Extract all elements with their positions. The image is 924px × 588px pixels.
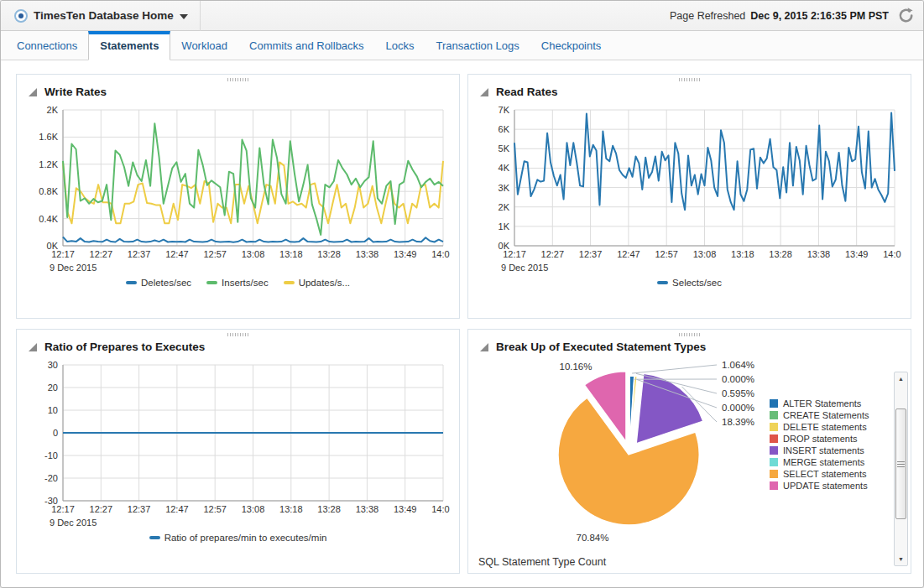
page-header: TimesTen Database Home Page Refreshed De… xyxy=(1,1,923,31)
panel-grip[interactable] xyxy=(679,78,701,81)
svg-text:13:49: 13:49 xyxy=(845,249,869,259)
tab-locks[interactable]: Locks xyxy=(375,29,425,60)
svg-text:12:47: 12:47 xyxy=(617,249,640,259)
scroll-down-button[interactable]: ▼ xyxy=(895,553,907,565)
chevron-down-icon xyxy=(180,14,188,19)
svg-text:20: 20 xyxy=(48,382,58,393)
legend-item-selects-sec[interactable]: Selects/sec xyxy=(657,278,722,288)
panel-title: Write Rates xyxy=(44,86,107,98)
svg-text:13:38: 13:38 xyxy=(356,249,379,259)
scroll-up-button[interactable]: ▲ xyxy=(895,372,907,385)
prepares-ratio-legend: Ratio of prepares/min to executes/min xyxy=(17,533,459,543)
svg-text:12:57: 12:57 xyxy=(203,504,227,514)
legend-item-ratio-of-prepares-min-to-executes-min[interactable]: Ratio of prepares/min to executes/min xyxy=(149,533,327,543)
tab-connections[interactable]: Connections xyxy=(6,29,88,60)
legend-label: SELECT statements xyxy=(783,469,866,479)
svg-text:12:27: 12:27 xyxy=(90,249,113,259)
tab-transaction-logs[interactable]: Transaction Logs xyxy=(425,29,530,60)
collapse-triangle-icon[interactable] xyxy=(480,88,488,96)
legend-label: Deletes/sec xyxy=(141,278,191,288)
tab-commits-and-rollbacks[interactable]: Commits and Rollbacks xyxy=(238,29,375,60)
svg-text:13:08: 13:08 xyxy=(693,249,717,259)
legend-item-update-statements[interactable]: UPDATE statements xyxy=(770,481,869,491)
svg-text:13:28: 13:28 xyxy=(317,504,341,514)
legend-label: Ratio of prepares/min to executes/min xyxy=(164,533,327,543)
collapse-triangle-icon[interactable] xyxy=(29,88,37,96)
legend-item-updates-s[interactable]: Updates/s... xyxy=(284,278,350,288)
legend-swatch xyxy=(770,434,778,443)
page-title: TimesTen Database Home xyxy=(34,9,174,22)
svg-text:14:02: 14:02 xyxy=(431,249,450,259)
svg-text:12:47: 12:47 xyxy=(165,249,189,259)
svg-text:1.2K: 1.2K xyxy=(39,159,58,169)
target-dot xyxy=(18,13,23,18)
legend-item-create-statements[interactable]: CREATE Statements xyxy=(770,410,869,420)
scroll-thumb[interactable] xyxy=(895,408,906,519)
legend-swatch xyxy=(770,399,778,408)
svg-text:13:49: 13:49 xyxy=(394,504,417,514)
svg-text:2K: 2K xyxy=(47,105,59,115)
svg-text:4K: 4K xyxy=(499,163,510,173)
refresh-area: Page Refreshed Dec 9, 2015 2:16:35 PM PS… xyxy=(670,7,915,24)
collapse-triangle-icon[interactable] xyxy=(480,343,488,351)
tab-bar: ConnectionsStatementsWorkloadCommits and… xyxy=(1,31,923,60)
legend-label: DELETE statements xyxy=(783,422,867,432)
svg-text:-20: -20 xyxy=(44,473,58,483)
tab-workload[interactable]: Workload xyxy=(170,29,238,60)
refresh-icon[interactable] xyxy=(897,7,915,24)
svg-text:9 Dec 2015: 9 Dec 2015 xyxy=(501,263,548,273)
svg-text:13:49: 13:49 xyxy=(394,249,417,259)
svg-text:-10: -10 xyxy=(44,450,58,461)
legend-swatch xyxy=(126,281,137,284)
statement-types-legend: ALTER StatementsCREATE StatementsDELETE … xyxy=(770,398,869,491)
pie-footer-label: SQL Statement Type Count xyxy=(478,556,606,568)
svg-text:1.6K: 1.6K xyxy=(39,132,58,142)
legend-item-alter-statements[interactable]: ALTER Statements xyxy=(770,398,869,408)
svg-text:1.064%: 1.064% xyxy=(722,360,754,370)
panel-title: Break Up of Executed Statement Types xyxy=(496,341,706,353)
tab-checkpoints[interactable]: Checkpoints xyxy=(530,29,613,60)
tab-statements[interactable]: Statements xyxy=(88,31,170,60)
svg-text:2K: 2K xyxy=(499,202,510,212)
svg-text:14:02: 14:02 xyxy=(431,504,450,514)
scroll-track[interactable] xyxy=(895,385,907,553)
panel-header: Read Rates xyxy=(468,82,911,100)
pie-scrollbar[interactable]: ▲ ▼ xyxy=(894,372,908,566)
svg-text:13:38: 13:38 xyxy=(356,504,379,514)
legend-label: DROP statements xyxy=(783,434,857,444)
svg-text:12:37: 12:37 xyxy=(579,249,603,259)
panel-grip[interactable] xyxy=(227,333,249,336)
legend-label: ALTER Statements xyxy=(783,398,861,408)
pie-chart-area: 1.064%0.000%0.595%0.000%18.39%70.84%10.1… xyxy=(468,355,911,554)
legend-item-insert-statements[interactable]: INSERT statements xyxy=(770,445,869,455)
legend-item-drop-statements[interactable]: DROP statements xyxy=(770,434,869,444)
legend-item-select-statements[interactable]: SELECT statements xyxy=(770,469,869,479)
legend-swatch xyxy=(770,458,778,466)
timesten-dashboard: TimesTen Database Home Page Refreshed De… xyxy=(0,0,924,588)
legend-swatch xyxy=(657,281,668,284)
svg-text:1K: 1K xyxy=(499,221,510,232)
svg-text:13:18: 13:18 xyxy=(279,249,303,259)
svg-text:12:17: 12:17 xyxy=(503,249,526,259)
legend-label: UPDATE statements xyxy=(783,481,868,491)
legend-item-inserts-sec[interactable]: Inserts/sec xyxy=(206,278,269,288)
svg-text:13:08: 13:08 xyxy=(242,249,265,259)
database-context-selector[interactable]: TimesTen Database Home xyxy=(9,1,193,30)
legend-item-deletes-sec[interactable]: Deletes/sec xyxy=(126,278,191,288)
panel-title: Read Rates xyxy=(496,86,558,98)
legend-label: Updates/s... xyxy=(299,278,350,288)
legend-item-merge-statements[interactable]: MERGE statements xyxy=(770,457,869,467)
page-refreshed-label: Page Refreshed xyxy=(670,10,745,22)
svg-text:0.4K: 0.4K xyxy=(39,214,58,224)
svg-text:0.595%: 0.595% xyxy=(722,388,754,398)
svg-text:3K: 3K xyxy=(499,183,510,193)
svg-text:9 Dec 2015: 9 Dec 2015 xyxy=(50,263,97,273)
svg-text:12:17: 12:17 xyxy=(51,249,75,259)
prepares-ratio-chart: 3020100-10-20-3012:1712:2712:3712:4712:5… xyxy=(26,356,450,533)
panel-grip[interactable] xyxy=(227,78,249,81)
legend-swatch xyxy=(770,411,778,419)
legend-label: CREATE Statements xyxy=(783,410,869,420)
legend-item-delete-statements[interactable]: DELETE statements xyxy=(770,422,869,432)
collapse-triangle-icon[interactable] xyxy=(29,343,37,351)
panel-grip[interactable] xyxy=(679,333,701,336)
